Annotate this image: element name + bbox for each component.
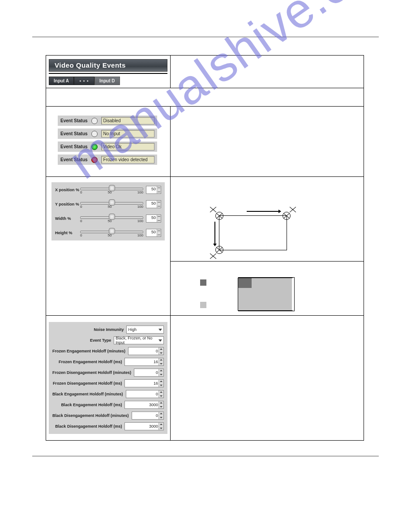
slider-track[interactable]: 0 50 100 [80, 229, 143, 237]
spinner-value: 0 [156, 413, 158, 418]
holdoff-spinner[interactable]: 16 [124, 379, 164, 387]
select-value: Black, Frozen, or No Input [116, 336, 158, 345]
tick: 0 [80, 205, 82, 209]
legend-diagram [171, 262, 364, 315]
slider-label: Y position % [55, 202, 80, 206]
slider-track[interactable]: 0 50 100 [80, 186, 143, 194]
tick: 50 [108, 233, 112, 237]
event-status-ok: Event Status Video Ok [58, 142, 157, 152]
setting-label: Frozen Engagement Holdoff (ms) [52, 360, 124, 364]
arrow-down-icon [214, 222, 215, 246]
empty-spanning-cell [46, 88, 364, 107]
setting-black-eng-ms: Black Engagement Holdoff (ms) 3000 [52, 401, 164, 409]
slider-track[interactable]: 0 50 100 [80, 200, 143, 208]
tick: 0 [80, 190, 82, 194]
legend-preview-inner-icon [238, 278, 252, 288]
page-bottom-rule [32, 456, 379, 456]
tick: 100 [137, 219, 143, 223]
status-label: Event Status [60, 157, 88, 162]
setting-label: Frozen Engagement Holdoff (minutes) [52, 349, 128, 353]
spinner-value: 16 [154, 381, 158, 386]
spinner-value: 0 [156, 370, 158, 375]
empty-cell [171, 56, 364, 88]
setting-noise-immunity: Noise Immunity High [52, 326, 164, 334]
page-content: Video Quality Events Input A ▪ ▪ ▪ Input… [32, 37, 379, 456]
setting-black-dis-min: Black Disengagement Holdoff (minutes) 0 [52, 412, 164, 420]
status-label: Event Status [60, 118, 88, 123]
status-indicator-icon [91, 131, 98, 137]
spinner-value: 16 [154, 360, 158, 364]
setting-label: Event Type [52, 338, 114, 343]
status-label: Event Status [60, 131, 88, 136]
status-value: Video Ok [101, 143, 154, 150]
layout-table: Video Quality Events Input A ▪ ▪ ▪ Input… [46, 55, 364, 441]
holdoff-spinner[interactable]: 16 [124, 358, 164, 366]
diagonal-mark-icon [209, 206, 217, 214]
chevron-down-icon [158, 329, 162, 331]
legend-preview-icon [238, 278, 293, 311]
setting-frozen-dis-min: Frozen Disengagement Holdoff (minutes) 0 [52, 369, 164, 377]
slider-y-position: Y position % 0 50 100 50 [55, 200, 161, 208]
event-type-select[interactable]: Black, Frozen, or No Input [114, 336, 164, 344]
tick: 50 [108, 205, 112, 209]
noise-immunity-select[interactable]: High [126, 326, 164, 334]
slider-track[interactable]: 0 50 100 [80, 215, 143, 223]
setting-black-dis-ms: Black Disengagement Holdoff (ms) 3000 [52, 422, 164, 430]
select-value: High [128, 327, 137, 332]
setting-label: Noise Immunity [52, 327, 126, 332]
chevron-down-icon [158, 339, 162, 342]
tick: 50 [108, 190, 112, 194]
holdoff-spinner[interactable]: 0 [126, 390, 164, 398]
slider-height: Height % 0 50 100 50 [55, 229, 161, 237]
legend-light-icon [200, 302, 206, 308]
diagram-rect-icon [219, 215, 287, 250]
slider-spinner[interactable]: 50 [146, 215, 161, 223]
event-status-frozen: Event Status Frozen video detected [58, 154, 157, 165]
holdoff-settings-panel: Noise Immunity High Event Type Black, Fr… [49, 322, 167, 434]
holdoff-spinner[interactable]: 0 [132, 412, 164, 420]
diagonal-mark-icon [209, 252, 217, 260]
slider-spinner[interactable]: 50 [146, 229, 161, 237]
header-panel: Video Quality Events Input A ▪ ▪ ▪ Input… [46, 56, 170, 88]
slider-spinner[interactable]: 50 [146, 186, 161, 194]
panel-title: Video Quality Events [49, 59, 167, 72]
slider-width: Width % 0 50 100 50 [55, 215, 161, 223]
status-value: Frozen video detected [101, 156, 154, 163]
spinner-value: 0 [156, 349, 158, 353]
status-value: No Input [101, 130, 154, 137]
status-indicator-icon [91, 118, 98, 124]
arrow-right-icon [247, 211, 281, 212]
slider-spinner[interactable]: 50 [146, 200, 161, 208]
slider-x-position: X position % 0 50 100 50 [55, 186, 161, 194]
input-tabbar: Input A ▪ ▪ ▪ Input D [49, 77, 167, 85]
diagonal-mark-icon [289, 206, 297, 214]
diagram-cell [171, 177, 364, 316]
holdoff-spinner[interactable]: 0 [134, 369, 164, 377]
setting-label: Black Disengagement Holdoff (ms) [52, 424, 124, 429]
tab-dots: ▪ ▪ ▪ [74, 77, 94, 85]
tab-input-a[interactable]: Input A [49, 77, 74, 85]
setting-label: Black Engagement Holdoff (minutes) [52, 392, 126, 396]
slider-label: X position % [55, 188, 80, 192]
holdoff-spinner[interactable]: 3000 [124, 422, 164, 430]
spinner-value: 50 [146, 215, 157, 222]
setting-label: Frozen Disengagement Holdoff (ms) [52, 381, 124, 386]
event-status-panel: Event Status Disabled Event Status No In… [46, 107, 170, 176]
setting-frozen-eng-ms: Frozen Engagement Holdoff (ms) 16 [52, 358, 164, 366]
status-indicator-icon [91, 157, 98, 163]
region-diagram [171, 177, 364, 262]
tick: 100 [137, 190, 143, 194]
setting-black-eng-min: Black Engagement Holdoff (minutes) 0 [52, 390, 164, 398]
legend-dark-icon [200, 279, 206, 286]
tick: 0 [80, 219, 82, 223]
tick: 100 [137, 205, 143, 209]
tab-input-d[interactable]: Input D [94, 77, 120, 85]
tick: 0 [80, 233, 82, 237]
holdoff-spinner[interactable]: 3000 [124, 401, 164, 409]
setting-label: Frozen Disengagement Holdoff (minutes) [52, 370, 134, 375]
holdoff-spinner[interactable]: 0 [128, 347, 164, 355]
region-sliders-panel: X position % 0 50 100 50 [51, 182, 165, 240]
page-top-rule [32, 37, 379, 37]
setting-label: Black Disengagement Holdoff (minutes) [52, 413, 132, 418]
title-underline [49, 73, 167, 74]
